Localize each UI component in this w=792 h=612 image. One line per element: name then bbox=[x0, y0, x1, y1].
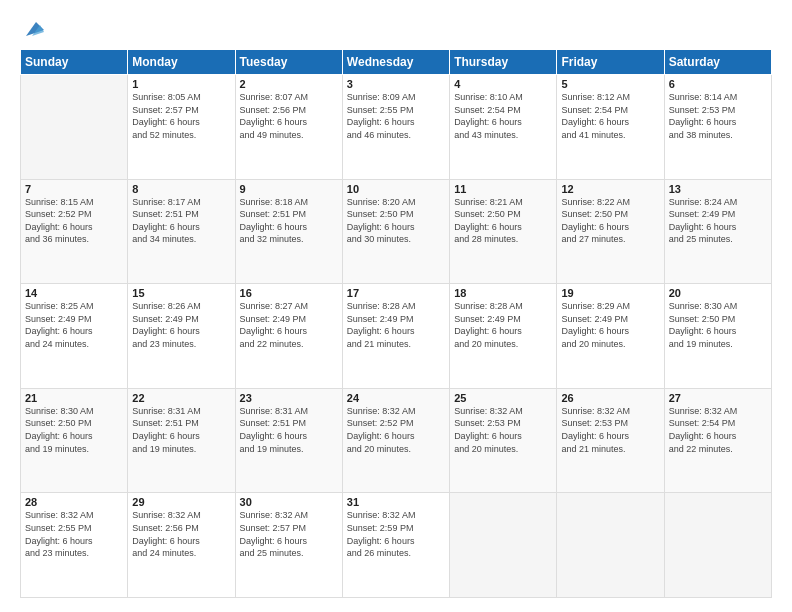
day-of-week-header: Wednesday bbox=[342, 50, 449, 75]
day-info: Sunrise: 8:31 AMSunset: 2:51 PMDaylight:… bbox=[132, 405, 230, 455]
calendar-cell: 22Sunrise: 8:31 AMSunset: 2:51 PMDayligh… bbox=[128, 388, 235, 493]
day-info: Sunrise: 8:22 AMSunset: 2:50 PMDaylight:… bbox=[561, 196, 659, 246]
calendar-cell: 2Sunrise: 8:07 AMSunset: 2:56 PMDaylight… bbox=[235, 75, 342, 180]
day-number: 9 bbox=[240, 183, 338, 195]
calendar-cell bbox=[450, 493, 557, 598]
day-number: 26 bbox=[561, 392, 659, 404]
day-number: 20 bbox=[669, 287, 767, 299]
calendar-cell: 1Sunrise: 8:05 AMSunset: 2:57 PMDaylight… bbox=[128, 75, 235, 180]
calendar-cell: 29Sunrise: 8:32 AMSunset: 2:56 PMDayligh… bbox=[128, 493, 235, 598]
day-info: Sunrise: 8:32 AMSunset: 2:53 PMDaylight:… bbox=[561, 405, 659, 455]
day-number: 19 bbox=[561, 287, 659, 299]
day-info: Sunrise: 8:05 AMSunset: 2:57 PMDaylight:… bbox=[132, 91, 230, 141]
calendar-week-row: 21Sunrise: 8:30 AMSunset: 2:50 PMDayligh… bbox=[21, 388, 772, 493]
calendar-cell: 17Sunrise: 8:28 AMSunset: 2:49 PMDayligh… bbox=[342, 284, 449, 389]
day-info: Sunrise: 8:28 AMSunset: 2:49 PMDaylight:… bbox=[347, 300, 445, 350]
day-number: 25 bbox=[454, 392, 552, 404]
day-info: Sunrise: 8:32 AMSunset: 2:59 PMDaylight:… bbox=[347, 509, 445, 559]
day-of-week-header: Monday bbox=[128, 50, 235, 75]
calendar-cell bbox=[664, 493, 771, 598]
logo bbox=[20, 18, 44, 39]
day-number: 30 bbox=[240, 496, 338, 508]
day-number: 23 bbox=[240, 392, 338, 404]
calendar-cell: 24Sunrise: 8:32 AMSunset: 2:52 PMDayligh… bbox=[342, 388, 449, 493]
calendar-cell: 6Sunrise: 8:14 AMSunset: 2:53 PMDaylight… bbox=[664, 75, 771, 180]
calendar-cell: 9Sunrise: 8:18 AMSunset: 2:51 PMDaylight… bbox=[235, 179, 342, 284]
header bbox=[20, 18, 772, 39]
day-of-week-header: Sunday bbox=[21, 50, 128, 75]
day-info: Sunrise: 8:32 AMSunset: 2:56 PMDaylight:… bbox=[132, 509, 230, 559]
calendar-cell: 10Sunrise: 8:20 AMSunset: 2:50 PMDayligh… bbox=[342, 179, 449, 284]
day-info: Sunrise: 8:25 AMSunset: 2:49 PMDaylight:… bbox=[25, 300, 123, 350]
calendar-cell: 25Sunrise: 8:32 AMSunset: 2:53 PMDayligh… bbox=[450, 388, 557, 493]
calendar-cell: 13Sunrise: 8:24 AMSunset: 2:49 PMDayligh… bbox=[664, 179, 771, 284]
day-info: Sunrise: 8:30 AMSunset: 2:50 PMDaylight:… bbox=[669, 300, 767, 350]
day-number: 31 bbox=[347, 496, 445, 508]
day-info: Sunrise: 8:20 AMSunset: 2:50 PMDaylight:… bbox=[347, 196, 445, 246]
day-info: Sunrise: 8:15 AMSunset: 2:52 PMDaylight:… bbox=[25, 196, 123, 246]
calendar-cell: 19Sunrise: 8:29 AMSunset: 2:49 PMDayligh… bbox=[557, 284, 664, 389]
day-number: 22 bbox=[132, 392, 230, 404]
day-info: Sunrise: 8:28 AMSunset: 2:49 PMDaylight:… bbox=[454, 300, 552, 350]
calendar-week-row: 7Sunrise: 8:15 AMSunset: 2:52 PMDaylight… bbox=[21, 179, 772, 284]
day-info: Sunrise: 8:17 AMSunset: 2:51 PMDaylight:… bbox=[132, 196, 230, 246]
day-number: 4 bbox=[454, 78, 552, 90]
day-info: Sunrise: 8:31 AMSunset: 2:51 PMDaylight:… bbox=[240, 405, 338, 455]
day-of-week-header: Saturday bbox=[664, 50, 771, 75]
calendar-cell: 23Sunrise: 8:31 AMSunset: 2:51 PMDayligh… bbox=[235, 388, 342, 493]
day-number: 27 bbox=[669, 392, 767, 404]
day-info: Sunrise: 8:30 AMSunset: 2:50 PMDaylight:… bbox=[25, 405, 123, 455]
day-number: 3 bbox=[347, 78, 445, 90]
day-info: Sunrise: 8:14 AMSunset: 2:53 PMDaylight:… bbox=[669, 91, 767, 141]
day-info: Sunrise: 8:24 AMSunset: 2:49 PMDaylight:… bbox=[669, 196, 767, 246]
day-info: Sunrise: 8:32 AMSunset: 2:57 PMDaylight:… bbox=[240, 509, 338, 559]
day-number: 21 bbox=[25, 392, 123, 404]
calendar-cell bbox=[21, 75, 128, 180]
day-number: 5 bbox=[561, 78, 659, 90]
day-number: 1 bbox=[132, 78, 230, 90]
day-number: 2 bbox=[240, 78, 338, 90]
day-info: Sunrise: 8:18 AMSunset: 2:51 PMDaylight:… bbox=[240, 196, 338, 246]
day-number: 29 bbox=[132, 496, 230, 508]
calendar-cell: 21Sunrise: 8:30 AMSunset: 2:50 PMDayligh… bbox=[21, 388, 128, 493]
day-number: 17 bbox=[347, 287, 445, 299]
day-info: Sunrise: 8:32 AMSunset: 2:55 PMDaylight:… bbox=[25, 509, 123, 559]
day-info: Sunrise: 8:27 AMSunset: 2:49 PMDaylight:… bbox=[240, 300, 338, 350]
calendar-cell: 12Sunrise: 8:22 AMSunset: 2:50 PMDayligh… bbox=[557, 179, 664, 284]
calendar-week-row: 28Sunrise: 8:32 AMSunset: 2:55 PMDayligh… bbox=[21, 493, 772, 598]
calendar-cell: 30Sunrise: 8:32 AMSunset: 2:57 PMDayligh… bbox=[235, 493, 342, 598]
logo-icon bbox=[22, 20, 44, 38]
calendar-cell: 18Sunrise: 8:28 AMSunset: 2:49 PMDayligh… bbox=[450, 284, 557, 389]
calendar-cell bbox=[557, 493, 664, 598]
day-number: 24 bbox=[347, 392, 445, 404]
day-info: Sunrise: 8:26 AMSunset: 2:49 PMDaylight:… bbox=[132, 300, 230, 350]
day-info: Sunrise: 8:10 AMSunset: 2:54 PMDaylight:… bbox=[454, 91, 552, 141]
day-number: 6 bbox=[669, 78, 767, 90]
day-info: Sunrise: 8:21 AMSunset: 2:50 PMDaylight:… bbox=[454, 196, 552, 246]
day-info: Sunrise: 8:29 AMSunset: 2:49 PMDaylight:… bbox=[561, 300, 659, 350]
day-info: Sunrise: 8:32 AMSunset: 2:53 PMDaylight:… bbox=[454, 405, 552, 455]
day-number: 15 bbox=[132, 287, 230, 299]
calendar-cell: 11Sunrise: 8:21 AMSunset: 2:50 PMDayligh… bbox=[450, 179, 557, 284]
calendar-header-row: SundayMondayTuesdayWednesdayThursdayFrid… bbox=[21, 50, 772, 75]
day-number: 28 bbox=[25, 496, 123, 508]
day-number: 10 bbox=[347, 183, 445, 195]
calendar-cell: 27Sunrise: 8:32 AMSunset: 2:54 PMDayligh… bbox=[664, 388, 771, 493]
calendar-week-row: 1Sunrise: 8:05 AMSunset: 2:57 PMDaylight… bbox=[21, 75, 772, 180]
day-info: Sunrise: 8:32 AMSunset: 2:54 PMDaylight:… bbox=[669, 405, 767, 455]
day-info: Sunrise: 8:07 AMSunset: 2:56 PMDaylight:… bbox=[240, 91, 338, 141]
day-of-week-header: Thursday bbox=[450, 50, 557, 75]
calendar-cell: 16Sunrise: 8:27 AMSunset: 2:49 PMDayligh… bbox=[235, 284, 342, 389]
day-of-week-header: Tuesday bbox=[235, 50, 342, 75]
calendar-cell: 8Sunrise: 8:17 AMSunset: 2:51 PMDaylight… bbox=[128, 179, 235, 284]
calendar-cell: 4Sunrise: 8:10 AMSunset: 2:54 PMDaylight… bbox=[450, 75, 557, 180]
calendar-week-row: 14Sunrise: 8:25 AMSunset: 2:49 PMDayligh… bbox=[21, 284, 772, 389]
page: SundayMondayTuesdayWednesdayThursdayFrid… bbox=[0, 0, 792, 612]
day-info: Sunrise: 8:32 AMSunset: 2:52 PMDaylight:… bbox=[347, 405, 445, 455]
day-info: Sunrise: 8:12 AMSunset: 2:54 PMDaylight:… bbox=[561, 91, 659, 141]
calendar-cell: 20Sunrise: 8:30 AMSunset: 2:50 PMDayligh… bbox=[664, 284, 771, 389]
calendar-table: SundayMondayTuesdayWednesdayThursdayFrid… bbox=[20, 49, 772, 598]
day-number: 18 bbox=[454, 287, 552, 299]
day-number: 16 bbox=[240, 287, 338, 299]
day-number: 8 bbox=[132, 183, 230, 195]
